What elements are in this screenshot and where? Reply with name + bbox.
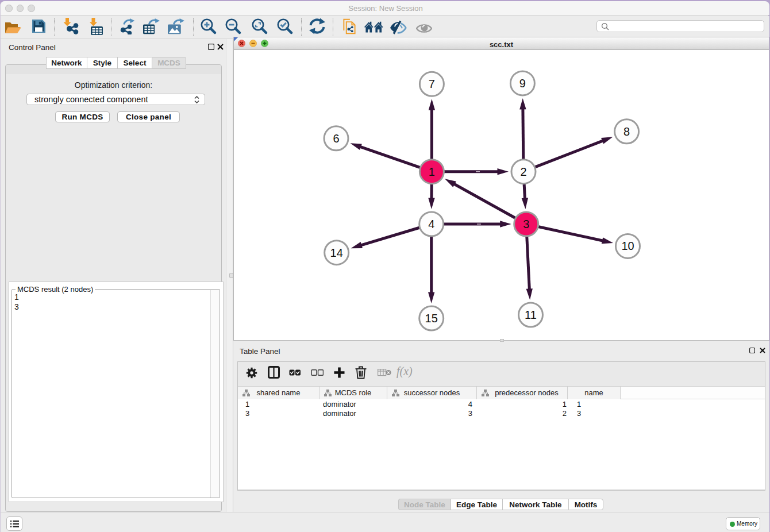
svg-text:7: 7	[429, 78, 435, 90]
svg-text:1: 1	[429, 165, 435, 178]
svg-text:2: 2	[520, 165, 526, 178]
svg-text:8: 8	[623, 125, 630, 138]
svg-text:15: 15	[425, 312, 438, 325]
svg-text:4: 4	[428, 218, 434, 230]
svg-text:6: 6	[333, 132, 339, 145]
svg-text:9: 9	[519, 77, 526, 90]
svg-text:10: 10	[621, 240, 634, 252]
svg-text:11: 11	[525, 309, 537, 321]
svg-text:3: 3	[523, 218, 529, 230]
svg-text:14: 14	[330, 246, 343, 259]
